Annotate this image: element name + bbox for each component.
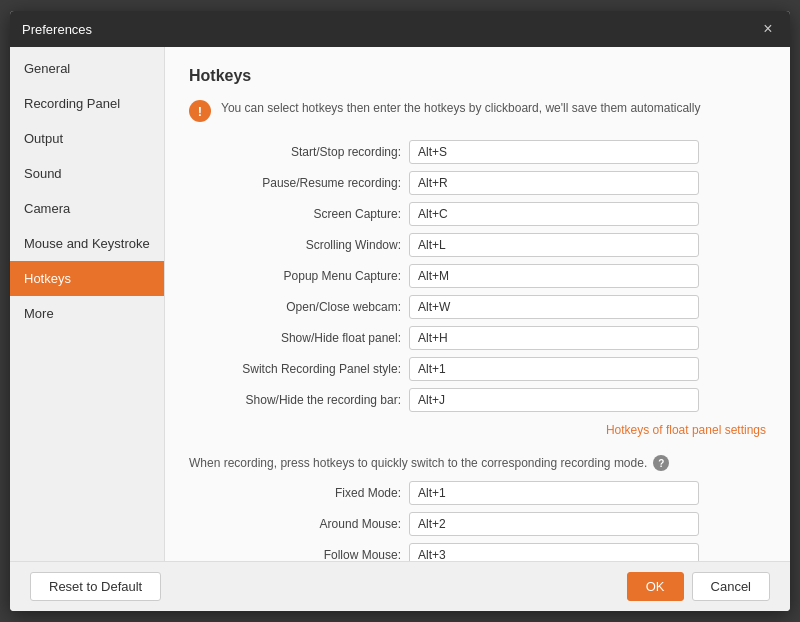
- mode-desc-text: When recording, press hotkeys to quickly…: [189, 456, 647, 470]
- sidebar-item-hotkeys[interactable]: Hotkeys: [10, 261, 164, 296]
- mode-input-2[interactable]: [409, 543, 699, 561]
- hotkey-label-4: Popup Menu Capture:: [189, 269, 409, 283]
- sidebar-item-more[interactable]: More: [10, 296, 164, 331]
- section-title: Hotkeys: [189, 67, 766, 85]
- hotkey-row-follow-mouse: Follow Mouse:: [189, 543, 766, 561]
- title-bar: Preferences ×: [10, 11, 790, 47]
- hotkey-input-6[interactable]: [409, 326, 699, 350]
- footer: Reset to Default OK Cancel: [10, 561, 790, 611]
- mode-input-1[interactable]: [409, 512, 699, 536]
- info-text: You can select hotkeys then enter the ho…: [221, 99, 700, 117]
- hotkey-row-show-hide-float: Show/Hide float panel:: [189, 326, 766, 350]
- hotkey-row-screen-capture: Screen Capture:: [189, 202, 766, 226]
- sidebar-item-sound[interactable]: Sound: [10, 156, 164, 191]
- hotkey-label-5: Open/Close webcam:: [189, 300, 409, 314]
- hotkey-input-1[interactable]: [409, 171, 699, 195]
- hotkey-label-2: Screen Capture:: [189, 207, 409, 221]
- hotkey-label-0: Start/Stop recording:: [189, 145, 409, 159]
- hotkey-input-5[interactable]: [409, 295, 699, 319]
- preferences-dialog: Preferences × General Recording Panel Ou…: [10, 11, 790, 611]
- sidebar-item-general[interactable]: General: [10, 51, 164, 86]
- hotkey-row-show-hide-bar: Show/Hide the recording bar:: [189, 388, 766, 412]
- ok-button[interactable]: OK: [627, 572, 684, 601]
- hotkey-row-open-close-webcam: Open/Close webcam:: [189, 295, 766, 319]
- hotkey-row-scrolling-window: Scrolling Window:: [189, 233, 766, 257]
- float-panel-link-block: Hotkeys of float panel settings: [189, 419, 766, 451]
- hotkey-row-switch-panel: Switch Recording Panel style:: [189, 357, 766, 381]
- float-panel-link[interactable]: Hotkeys of float panel settings: [606, 423, 766, 437]
- hotkey-input-0[interactable]: [409, 140, 699, 164]
- mode-label-2: Follow Mouse:: [189, 548, 409, 561]
- hotkey-input-7[interactable]: [409, 357, 699, 381]
- sidebar-item-camera[interactable]: Camera: [10, 191, 164, 226]
- info-icon: !: [189, 100, 211, 122]
- dialog-content: General Recording Panel Output Sound Cam…: [10, 47, 790, 561]
- sidebar-item-recording-panel[interactable]: Recording Panel: [10, 86, 164, 121]
- hotkey-input-3[interactable]: [409, 233, 699, 257]
- hotkey-row-around-mouse: Around Mouse:: [189, 512, 766, 536]
- reset-to-default-button[interactable]: Reset to Default: [30, 572, 161, 601]
- mode-label-1: Around Mouse:: [189, 517, 409, 531]
- hotkey-input-8[interactable]: [409, 388, 699, 412]
- hotkey-input-4[interactable]: [409, 264, 699, 288]
- help-icon[interactable]: ?: [653, 455, 669, 471]
- dialog-title: Preferences: [22, 22, 92, 37]
- sidebar-item-mouse-keystroke[interactable]: Mouse and Keystroke: [10, 226, 164, 261]
- hotkey-label-8: Show/Hide the recording bar:: [189, 393, 409, 407]
- sidebar-item-output[interactable]: Output: [10, 121, 164, 156]
- main-content: Hotkeys ! You can select hotkeys then en…: [165, 47, 790, 561]
- mode-input-0[interactable]: [409, 481, 699, 505]
- sidebar: General Recording Panel Output Sound Cam…: [10, 47, 165, 561]
- hotkey-row-fixed-mode: Fixed Mode:: [189, 481, 766, 505]
- hotkey-label-6: Show/Hide float panel:: [189, 331, 409, 345]
- hotkey-label-7: Switch Recording Panel style:: [189, 362, 409, 376]
- info-box: ! You can select hotkeys then enter the …: [189, 99, 766, 122]
- hotkey-row-pause-resume: Pause/Resume recording:: [189, 171, 766, 195]
- mode-label-0: Fixed Mode:: [189, 486, 409, 500]
- hotkey-label-1: Pause/Resume recording:: [189, 176, 409, 190]
- hotkey-row-popup-menu: Popup Menu Capture:: [189, 264, 766, 288]
- close-button[interactable]: ×: [758, 19, 778, 39]
- hotkey-label-3: Scrolling Window:: [189, 238, 409, 252]
- hotkey-input-2[interactable]: [409, 202, 699, 226]
- mode-desc-row: When recording, press hotkeys to quickly…: [189, 455, 766, 471]
- cancel-button[interactable]: Cancel: [692, 572, 770, 601]
- hotkey-row-start-stop: Start/Stop recording:: [189, 140, 766, 164]
- footer-right: OK Cancel: [627, 572, 770, 601]
